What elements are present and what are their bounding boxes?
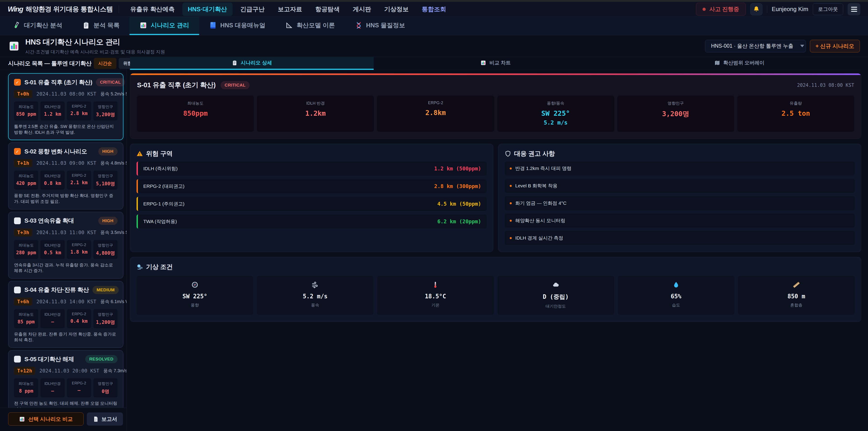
- topnav-item[interactable]: 기상정보: [379, 2, 414, 16]
- metric-value: 2.8km: [379, 109, 492, 117]
- bullet-icon: [510, 167, 512, 170]
- breeze-icon: [136, 264, 143, 270]
- body: 시나리오 목록 — 톨루엔 대기확산 시간순 위험도순 S-01 유출 직후 (…: [0, 57, 868, 431]
- stat-value: 1.8 km: [68, 249, 90, 255]
- module-tab[interactable]: 확산모델 이론: [275, 17, 345, 35]
- scenario-checkbox[interactable]: [14, 79, 21, 86]
- stat-value: –: [41, 319, 64, 325]
- stat-value: 420 ppm: [15, 181, 37, 186]
- module-tabs: 대기확산 분석 분석 목록 시나리오 관리 HNS 대응매뉴얼 확산모델 이론 …: [0, 17, 868, 35]
- topnav-item[interactable]: 보고자료: [272, 2, 308, 16]
- topnav-item[interactable]: 게시판: [347, 2, 377, 16]
- detail-tab[interactable]: 시나리오 상세: [130, 57, 374, 70]
- scenario-description: 연속유출 3시간 경과. 누적 유출량 증가. 풍속 감소로 체류 시간 증가.: [14, 262, 118, 274]
- scenario-detail-panel: S-01 유출 직후 (초기 확산) CRITICAL 2024.11.03 0…: [130, 73, 861, 139]
- report-button[interactable]: 보고서: [87, 412, 123, 426]
- stat-label: 최대농도: [15, 312, 37, 317]
- module-tab-label: 확산모델 이론: [297, 21, 335, 29]
- severity-badge: MEDIUM: [92, 286, 119, 294]
- stat-erpg2: ERPG-2 0.4 km: [67, 309, 91, 328]
- scenario-stats: 최대농도 420 ppm IDLH반경 0.8 km ERPG-2 2.1 km: [14, 171, 118, 190]
- scenario-wind: 풍속 5.2m/s SW: [100, 91, 127, 97]
- incident-status-badge: 사고 진행중: [696, 3, 746, 16]
- stat-label: IDLH반경: [41, 243, 64, 248]
- sort-by-time-button[interactable]: 시간순: [94, 58, 116, 69]
- recommendation-text: 화기 엄금 — 인화점 4°C: [515, 200, 567, 206]
- topnav-item[interactable]: HNS·대기확산: [182, 2, 232, 16]
- stat-max-concentration: 최대농도 280 ppm: [14, 240, 38, 259]
- scenario-card-header: S-03 연속유출 확대 HIGH: [14, 217, 118, 225]
- weather-card: 18.5°C 기온: [377, 276, 494, 315]
- module-tab[interactable]: HNS 물질정보: [345, 17, 415, 35]
- module-tab[interactable]: 분석 목록: [72, 17, 130, 35]
- incident-select[interactable]: HNS-001 · 울산 온산항 톨루엔 누출: [705, 40, 806, 53]
- book-icon: [209, 22, 217, 29]
- topnav-right: 사고 진행중 Eunjeong Kim 로그아웃: [696, 3, 860, 16]
- detail-tab-label: 확산범위 오버레이: [723, 59, 765, 66]
- time-offset-chip: T+0h: [14, 90, 32, 98]
- zone-value: 2.8 km (300ppm): [434, 183, 481, 189]
- weather-label: 풍속: [258, 302, 372, 308]
- zone-label: ERPG-2 (대피권고): [143, 183, 184, 189]
- stat-value: 0.5 km: [41, 250, 64, 255]
- scenario-list: S-01 유출 직후 (초기 확산) CRITICAL T+0h 2024.11…: [0, 70, 127, 408]
- menu-button[interactable]: [848, 3, 860, 16]
- detail-tab[interactable]: 확산범위 오버레이: [618, 57, 861, 70]
- stat-label: 영향인구: [94, 381, 117, 386]
- recommendation-row: IDLH 경계 실시간 측정: [505, 231, 855, 245]
- topnav-item[interactable]: 통합조회: [416, 2, 452, 16]
- zone-label: IDLH (즉시위험): [143, 165, 178, 172]
- module-tab[interactable]: HNS 대응매뉴얼: [199, 17, 276, 35]
- stat-label: 영향인구: [94, 173, 117, 179]
- hamburger-icon: [851, 9, 857, 10]
- logout-button[interactable]: 로그아웃: [813, 3, 843, 15]
- severity-badge: HIGH: [98, 147, 118, 155]
- metric-label: 풍향/풍속: [499, 100, 612, 106]
- detail-columns: 위험 구역 IDLH (즉시위험) 1.2 km (500ppm) ERPG-2…: [130, 144, 861, 252]
- detail-tab[interactable]: 비교 차트: [374, 57, 617, 70]
- scenario-timestamp: 2024.11.03 11:00 KST: [36, 229, 96, 235]
- topnav-item[interactable]: 유출유 확산예측: [125, 2, 180, 16]
- recommendation-text: Level B 화학복 착용: [515, 183, 558, 189]
- new-scenario-button[interactable]: + 신규 시나리오: [810, 40, 860, 53]
- scenario-card[interactable]: S-03 연속유출 확대 HIGH T+3h 2024.11.03 11:00 …: [8, 212, 123, 279]
- brand[interactable]: Wing 해양환경 위기대응 통합시스템: [8, 5, 113, 14]
- metric-value: 850ppm: [139, 110, 252, 117]
- stat-value: 0.8 km: [41, 181, 64, 186]
- stat-label: 최대농도: [15, 173, 37, 179]
- scenario-checkbox[interactable]: [14, 286, 21, 294]
- bullet-icon: [510, 185, 512, 187]
- stat-max-concentration: 최대농도 850 ppm: [14, 101, 38, 120]
- stat-value: 1,200명: [94, 319, 117, 326]
- stat-affected-population: 영향인구 5,100명: [93, 171, 118, 190]
- module-tab[interactable]: 대기확산 분석: [3, 17, 72, 35]
- bar-chart-icon: [140, 22, 147, 29]
- bell-icon: [753, 6, 760, 13]
- metric-label: IDLH 반경: [259, 100, 372, 106]
- scenario-checkbox[interactable]: [14, 148, 21, 155]
- scenario-card[interactable]: S-01 유출 직후 (초기 확산) CRITICAL T+0h 2024.11…: [8, 73, 123, 140]
- module-tab-label: 분석 목록: [94, 21, 120, 29]
- wind-icon: [311, 281, 319, 288]
- scenario-title: S-03 연속유출 확대: [24, 217, 95, 225]
- scenario-checkbox[interactable]: [14, 356, 21, 363]
- scenario-card[interactable]: S-02 풍향 변화 시나리오 HIGH T+1h 2024.11.03 09:…: [8, 143, 123, 209]
- scenario-card[interactable]: S-04 유출 차단·잔류 확산 MEDIUM T+6h 2024.11.03 …: [8, 281, 123, 348]
- compare-scenarios-button[interactable]: 선택 시나리오 비교: [8, 412, 84, 426]
- scenario-stats: 최대농도 8 ppm IDLH반경 – ERPG-2 – 영향인구: [14, 378, 118, 397]
- topnav-item[interactable]: 항공탐색: [310, 2, 345, 16]
- notifications-button[interactable]: [750, 3, 763, 16]
- topnav-item[interactable]: 긴급구난: [235, 2, 270, 16]
- scenario-stats: 최대농도 850 ppm IDLH반경 1.2 km ERPG-2 2.8 km: [14, 101, 118, 120]
- stat-affected-population: 영향인구 3,200명: [93, 101, 118, 120]
- page-title: HNS 대기확산 시나리오 관리: [25, 37, 165, 47]
- incident-status-label: 사고 진행중: [709, 5, 739, 13]
- recommendation-row: 해양확산 동시 모니터링: [505, 214, 855, 227]
- scenario-card[interactable]: S-05 대기확산 해제 RESOLVED T+12h 2024.11.03 2…: [8, 350, 123, 408]
- module-tab-label: HNS 대응매뉴얼: [220, 21, 266, 29]
- module-tab[interactable]: 시나리오 관리: [129, 17, 199, 35]
- scenario-checkbox[interactable]: [14, 217, 21, 224]
- recommendation-text: 해양확산 동시 모니터링: [515, 217, 565, 224]
- severity-badge: CRITICAL: [96, 78, 125, 86]
- weather-label: 혼합층: [740, 302, 853, 308]
